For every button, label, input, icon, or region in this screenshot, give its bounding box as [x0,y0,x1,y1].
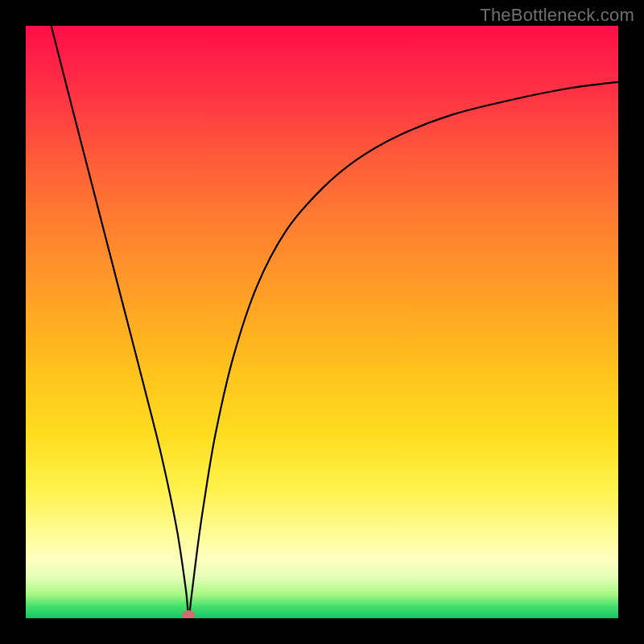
optimal-point-marker [182,610,195,618]
plot-area [26,26,618,618]
bottleneck-curve [52,26,618,615]
watermark-text: TheBottleneck.com [480,5,634,26]
curve-svg [26,26,618,618]
chart-frame: TheBottleneck.com [0,0,644,644]
